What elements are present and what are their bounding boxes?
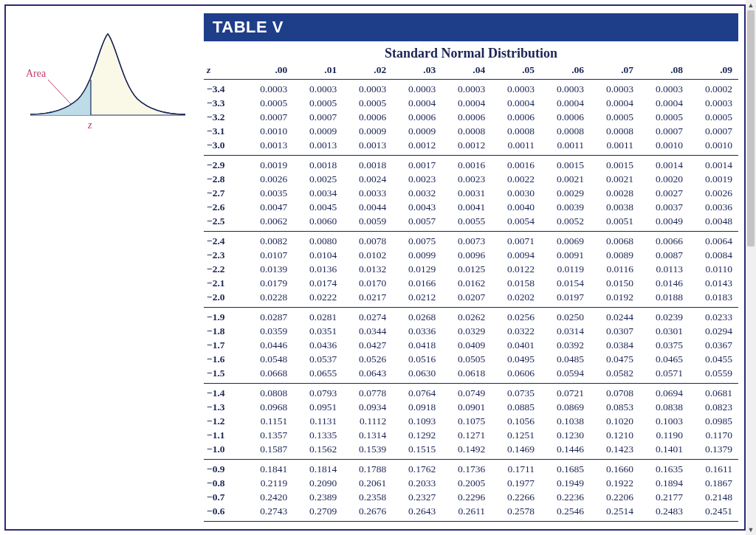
prob-cell: 0.0006 bbox=[343, 110, 392, 124]
prob-cell: 0.0113 bbox=[639, 262, 689, 276]
prob-cell: 0.0212 bbox=[392, 290, 441, 307]
table-row: −0.70.24200.23890.23580.23270.22960.2266… bbox=[204, 490, 738, 504]
z-value: −3.3 bbox=[204, 96, 244, 110]
prob-cell: 0.2206 bbox=[590, 490, 639, 504]
prob-cell: 0.1271 bbox=[441, 428, 491, 442]
prob-cell: 0.0015 bbox=[540, 155, 590, 172]
prob-cell: 0.0016 bbox=[441, 155, 491, 172]
prob-cell: 0.0059 bbox=[343, 214, 392, 231]
col-header: .07 bbox=[590, 63, 639, 79]
prob-cell: 0.0146 bbox=[639, 276, 689, 290]
table-row: −3.20.00070.00070.00060.00060.00060.0006… bbox=[204, 110, 738, 124]
prob-cell: 0.2033 bbox=[392, 476, 441, 490]
prob-cell: 0.0066 bbox=[639, 231, 689, 248]
prob-cell: 0.0038 bbox=[590, 200, 639, 214]
prob-cell: 0.0222 bbox=[293, 290, 343, 307]
prob-cell: 0.0008 bbox=[590, 124, 639, 138]
z-value: −1.7 bbox=[204, 338, 244, 352]
table-title: TABLE V bbox=[204, 13, 738, 41]
prob-cell: 0.0057 bbox=[392, 214, 441, 231]
prob-cell: 0.0052 bbox=[540, 214, 590, 231]
prob-cell: 0.0139 bbox=[244, 262, 293, 276]
z-value: −2.4 bbox=[204, 231, 244, 248]
scroll-up-icon[interactable]: ▲ bbox=[746, 0, 756, 10]
prob-cell: 0.0681 bbox=[689, 383, 738, 400]
prob-cell: 0.0002 bbox=[689, 79, 738, 96]
prob-cell: 0.0003 bbox=[392, 79, 441, 96]
prob-cell: 0.0735 bbox=[491, 383, 540, 400]
prob-cell: 0.1611 bbox=[689, 459, 738, 476]
prob-cell: 0.1446 bbox=[540, 442, 590, 459]
prob-cell: 0.0143 bbox=[689, 276, 738, 290]
prob-cell: 0.0009 bbox=[343, 124, 392, 138]
prob-cell: 0.2611 bbox=[441, 504, 491, 521]
table-row: −2.90.00190.00180.00180.00170.00160.0016… bbox=[204, 155, 738, 172]
prob-cell: 0.0006 bbox=[392, 110, 441, 124]
prob-cell: 0.0655 bbox=[293, 366, 343, 383]
prob-cell: 0.0007 bbox=[689, 124, 738, 138]
prob-cell: 0.2266 bbox=[491, 490, 540, 504]
prob-cell: 0.0606 bbox=[491, 366, 540, 383]
prob-cell: 0.0392 bbox=[540, 338, 590, 352]
z-value: −0.8 bbox=[204, 476, 244, 490]
prob-cell: 0.1075 bbox=[441, 414, 491, 428]
prob-cell: 0.0010 bbox=[689, 138, 738, 155]
prob-cell: 0.0268 bbox=[392, 307, 441, 324]
area-label: Area bbox=[26, 68, 47, 79]
prob-cell: 0.0174 bbox=[293, 276, 343, 290]
prob-cell: 0.0526 bbox=[343, 352, 392, 366]
prob-cell: 0.0375 bbox=[639, 338, 689, 352]
table-row: −0.90.18410.18140.17880.17620.17360.1711… bbox=[204, 459, 738, 476]
prob-cell: 0.0037 bbox=[639, 200, 689, 214]
prob-cell: 0.0023 bbox=[392, 172, 441, 186]
prob-cell: 0.0013 bbox=[343, 138, 392, 155]
prob-cell: 0.0262 bbox=[441, 307, 491, 324]
prob-cell: 0.0951 bbox=[293, 400, 343, 414]
prob-cell: 0.1190 bbox=[639, 428, 689, 442]
prob-cell: 0.0179 bbox=[244, 276, 293, 290]
table-row: −3.10.00100.00090.00090.00090.00080.0008… bbox=[204, 124, 738, 138]
z-value: −2.3 bbox=[204, 248, 244, 262]
prob-cell: 0.1922 bbox=[590, 476, 639, 490]
prob-cell: 0.0808 bbox=[244, 383, 293, 400]
prob-cell: 0.0024 bbox=[343, 172, 392, 186]
prob-cell: 0.0014 bbox=[639, 155, 689, 172]
prob-cell: 0.2358 bbox=[343, 490, 392, 504]
prob-cell: 0.0505 bbox=[441, 352, 491, 366]
prob-cell: 0.2327 bbox=[392, 490, 441, 504]
prob-cell: 0.1357 bbox=[244, 428, 293, 442]
prob-cell: 0.1020 bbox=[590, 414, 639, 428]
prob-cell: 0.1335 bbox=[293, 428, 343, 442]
prob-cell: 0.0968 bbox=[244, 400, 293, 414]
prob-cell: 0.0012 bbox=[441, 138, 491, 155]
prob-cell: 0.0027 bbox=[639, 186, 689, 200]
prob-cell: 0.1841 bbox=[244, 459, 293, 476]
prob-cell: 0.0089 bbox=[590, 248, 639, 262]
prob-cell: 0.2743 bbox=[244, 504, 293, 521]
prob-cell: 0.1151 bbox=[244, 414, 293, 428]
z-column-header: z bbox=[204, 63, 244, 79]
prob-cell: 0.0094 bbox=[491, 248, 540, 262]
prob-cell: 0.0427 bbox=[343, 338, 392, 352]
col-header: .04 bbox=[441, 63, 491, 79]
scroll-down-icon[interactable]: ▼ bbox=[746, 525, 756, 535]
z-table: z.00.01.02.03.04.05.06.07.08.09 −3.40.00… bbox=[204, 63, 738, 522]
prob-cell: 0.0011 bbox=[540, 138, 590, 155]
table-row: −2.60.00470.00450.00440.00430.00410.0040… bbox=[204, 200, 738, 214]
prob-cell: 0.0004 bbox=[392, 96, 441, 110]
prob-cell: 0.0885 bbox=[491, 400, 540, 414]
z-value: −3.4 bbox=[204, 79, 244, 96]
vertical-scrollbar[interactable]: ▲ ▼ bbox=[746, 0, 756, 535]
prob-cell: 0.0901 bbox=[441, 400, 491, 414]
prob-cell: 0.0003 bbox=[540, 79, 590, 96]
z-value: −0.9 bbox=[204, 459, 244, 476]
prob-cell: 0.1423 bbox=[590, 442, 639, 459]
scroll-thumb[interactable] bbox=[747, 10, 755, 246]
prob-cell: 0.1003 bbox=[639, 414, 689, 428]
prob-cell: 0.0329 bbox=[441, 324, 491, 338]
z-value: −1.5 bbox=[204, 366, 244, 383]
prob-cell: 0.0032 bbox=[392, 186, 441, 200]
prob-cell: 0.0049 bbox=[639, 214, 689, 231]
col-header: .03 bbox=[392, 63, 441, 79]
prob-cell: 0.2420 bbox=[244, 490, 293, 504]
